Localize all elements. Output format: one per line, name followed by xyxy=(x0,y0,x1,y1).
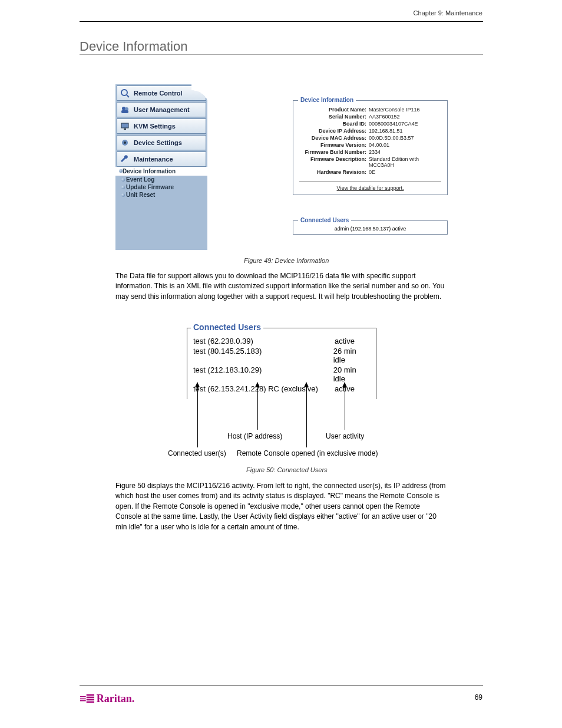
connected-users-big: Connected Users test (62.238.0.39)active… xyxy=(187,328,376,399)
info-value: 04.00.01 xyxy=(369,142,442,148)
cu-row-right: 20 min idle xyxy=(333,365,370,383)
nav-label: Maintenance xyxy=(134,156,173,163)
info-label: Device IP Address: xyxy=(298,128,369,134)
info-value: 192.168.81.51 xyxy=(369,128,442,134)
cu-row-left: test (212.183.10.29) xyxy=(193,365,333,383)
magnifier-icon xyxy=(120,88,130,98)
connected-users-legend: Connected Users xyxy=(298,217,351,223)
sidebar: Remote Control User Management KVM Setti… xyxy=(115,84,207,250)
wrench-icon xyxy=(120,154,130,164)
nav-update-firmware[interactable]: Update Firmware xyxy=(115,183,207,191)
header-chapter: Chapter 9: Maintenance xyxy=(414,9,482,17)
arrow-connected-user xyxy=(197,383,198,447)
footer-rule xyxy=(80,686,483,686)
svg-line-1 xyxy=(127,95,129,97)
logo-text: Raritan. xyxy=(97,693,135,705)
nav-device-settings[interactable]: Device Settings xyxy=(117,135,206,150)
gear-icon xyxy=(120,137,130,148)
top-rule xyxy=(80,21,483,22)
annotation-connected: Connected user(s) xyxy=(168,449,226,457)
page-number: 69 xyxy=(475,693,482,701)
annotation-rc: Remote Console opened (in exclusive mode… xyxy=(237,449,378,457)
cu-row-left: test (62.238.0.39) xyxy=(193,337,335,345)
cu-row-right: 26 min idle xyxy=(333,347,370,364)
sidebar-curve xyxy=(191,84,209,108)
svg-rect-5 xyxy=(121,123,128,128)
info-label: Serial Number: xyxy=(298,114,369,120)
info-label: Firmware Description: xyxy=(298,156,369,168)
info-value: Standard Edition with MCC3A0H xyxy=(369,156,442,168)
info-value: AA3F600152 xyxy=(369,114,442,120)
info-value: 2334 xyxy=(369,149,442,155)
nav-unit-reset[interactable]: Unit Reset xyxy=(115,191,207,199)
nav-label: Device Settings xyxy=(134,139,182,146)
monitor-icon xyxy=(120,121,130,131)
section-title: Device Information xyxy=(80,39,187,54)
logo-icon: ≡≣ xyxy=(80,691,94,706)
info-value: 000800034107CA4E xyxy=(369,121,442,127)
svg-point-0 xyxy=(121,90,127,95)
device-info-panel: Device Information Product Name:MasterCo… xyxy=(293,100,448,195)
cu-row-left: test (80.145.25.183) xyxy=(193,347,333,364)
info-label: Product Name: xyxy=(298,107,369,113)
cu-row-right: active xyxy=(335,337,355,345)
info-label: Hardware Revision: xyxy=(298,169,369,175)
nav-label: Remote Control xyxy=(134,90,183,97)
info-label: Firmware Version: xyxy=(298,142,369,148)
svg-point-2 xyxy=(122,107,125,110)
svg-rect-4 xyxy=(121,110,128,113)
sub-rule xyxy=(80,54,483,55)
figure-50-caption: Figure 50: Connected Users xyxy=(246,466,328,473)
body-paragraph-1: The Data file for support allows you to … xyxy=(115,271,448,302)
nav-label: User Management xyxy=(134,106,190,113)
figure-49-caption: Figure 49: Device Information xyxy=(244,257,329,264)
arrow-rc-mode xyxy=(306,383,307,447)
annotation-activity: User activity xyxy=(326,432,364,440)
info-label: Firmware Build Number: xyxy=(298,149,369,155)
nav-kvm-settings[interactable]: KVM Settings xyxy=(117,118,206,134)
divider xyxy=(299,181,441,182)
connected-users-big-legend: Connected Users xyxy=(191,322,263,332)
device-info-legend: Device Information xyxy=(298,97,356,103)
connected-users-small: Connected Users admin (192.168.50.137) a… xyxy=(293,220,448,235)
nav-maintenance[interactable]: Maintenance xyxy=(117,151,206,167)
datafile-link[interactable]: View the datafile for support. xyxy=(293,184,447,195)
svg-point-8 xyxy=(124,141,126,144)
nav-device-information[interactable]: Device Information xyxy=(115,167,207,176)
device-info-rows: Product Name:MasterConsole IP116 Serial … xyxy=(293,101,447,179)
body-paragraph-2: Figure 50 displays the MCIP116/216 activ… xyxy=(115,481,448,532)
svg-rect-6 xyxy=(124,129,126,130)
info-label: Board ID: xyxy=(298,121,369,127)
info-label: Device MAC Address: xyxy=(298,135,369,141)
info-value: MasterConsole IP116 xyxy=(369,107,442,113)
raritan-logo: ≡≣ Raritan. xyxy=(80,691,134,706)
nav-event-log[interactable]: Event Log xyxy=(115,176,207,183)
arrow-host-ip xyxy=(257,383,258,430)
users-icon xyxy=(120,104,130,115)
info-value: 00:0D:5D:00:B3:57 xyxy=(369,135,442,141)
connected-user-entry: admin (192.168.50.137) active xyxy=(298,226,442,232)
cu-row-left: test (62.153.241.228) RC (exclusive) xyxy=(193,384,335,393)
nav-label: KVM Settings xyxy=(134,123,176,130)
annotation-host: Host (IP address) xyxy=(227,432,282,440)
arrow-user-activity xyxy=(345,383,345,430)
info-value: 0E xyxy=(369,169,442,175)
